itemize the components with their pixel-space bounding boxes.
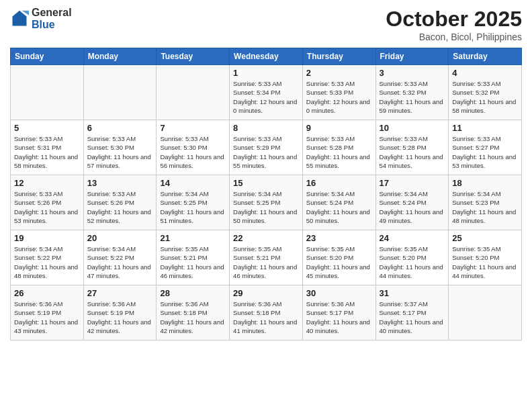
col-tuesday: Tuesday (157, 48, 230, 65)
day-info: Sunrise: 5:36 AMSunset: 5:18 PMDaylight:… (233, 300, 299, 335)
day-info: Sunrise: 5:33 AMSunset: 5:30 PMDaylight:… (160, 134, 226, 170)
col-friday: Friday (375, 48, 449, 65)
calendar-cell: 6Sunrise: 5:33 AMSunset: 5:30 PMDaylight… (83, 120, 157, 175)
svg-marker-0 (13, 10, 27, 26)
day-number: 23 (306, 233, 372, 243)
calendar-cell: 8Sunrise: 5:33 AMSunset: 5:29 PMDaylight… (230, 120, 303, 175)
calendar-cell: 24Sunrise: 5:35 AMSunset: 5:20 PMDayligh… (375, 230, 449, 285)
day-info: Sunrise: 5:33 AMSunset: 5:32 PMDaylight:… (380, 79, 445, 115)
col-monday: Monday (83, 48, 157, 65)
day-number: 14 (160, 178, 226, 188)
day-info: Sunrise: 5:35 AMSunset: 5:21 PMDaylight:… (233, 244, 299, 280)
day-info: Sunrise: 5:35 AMSunset: 5:21 PMDaylight:… (160, 244, 226, 280)
calendar-week-3: 19Sunrise: 5:34 AMSunset: 5:22 PMDayligh… (11, 230, 522, 285)
calendar-cell: 12Sunrise: 5:33 AMSunset: 5:26 PMDayligh… (11, 175, 84, 230)
day-number: 24 (380, 233, 445, 243)
day-number: 5 (14, 123, 80, 133)
location-subtitle: Bacon, Bicol, Philippines (386, 32, 522, 42)
day-number: 26 (14, 288, 80, 298)
day-info: Sunrise: 5:34 AMSunset: 5:22 PMDaylight:… (87, 244, 153, 280)
day-info: Sunrise: 5:34 AMSunset: 5:22 PMDaylight:… (14, 244, 80, 280)
day-info: Sunrise: 5:33 AMSunset: 5:26 PMDaylight:… (14, 189, 80, 225)
calendar-cell: 18Sunrise: 5:34 AMSunset: 5:23 PMDayligh… (449, 175, 522, 230)
calendar-cell: 17Sunrise: 5:34 AMSunset: 5:24 PMDayligh… (375, 175, 449, 230)
col-wednesday: Wednesday (230, 48, 303, 65)
day-number: 28 (160, 288, 226, 298)
calendar-cell: 3Sunrise: 5:33 AMSunset: 5:32 PMDaylight… (375, 65, 449, 120)
day-info: Sunrise: 5:33 AMSunset: 5:29 PMDaylight:… (233, 134, 299, 170)
day-number: 10 (380, 123, 445, 133)
calendar-cell: 28Sunrise: 5:36 AMSunset: 5:18 PMDayligh… (157, 285, 230, 340)
calendar-cell: 14Sunrise: 5:34 AMSunset: 5:25 PMDayligh… (157, 175, 230, 230)
day-info: Sunrise: 5:33 AMSunset: 5:33 PMDaylight:… (306, 79, 372, 115)
day-info: Sunrise: 5:34 AMSunset: 5:23 PMDaylight:… (452, 189, 518, 225)
day-info: Sunrise: 5:34 AMSunset: 5:24 PMDaylight:… (380, 189, 445, 225)
month-title: October 2025 (386, 7, 522, 32)
calendar-cell: 20Sunrise: 5:34 AMSunset: 5:22 PMDayligh… (83, 230, 157, 285)
day-info: Sunrise: 5:36 AMSunset: 5:17 PMDaylight:… (306, 300, 372, 335)
day-number: 4 (452, 68, 518, 78)
calendar-cell: 11Sunrise: 5:33 AMSunset: 5:27 PMDayligh… (449, 120, 522, 175)
calendar-cell: 16Sunrise: 5:34 AMSunset: 5:24 PMDayligh… (302, 175, 375, 230)
day-number: 2 (306, 68, 372, 78)
day-number: 25 (452, 233, 518, 243)
day-number: 7 (160, 123, 226, 133)
day-info: Sunrise: 5:35 AMSunset: 5:20 PMDaylight:… (306, 244, 372, 280)
calendar-cell: 29Sunrise: 5:36 AMSunset: 5:18 PMDayligh… (230, 285, 303, 340)
day-number: 20 (87, 233, 153, 243)
calendar-week-4: 26Sunrise: 5:36 AMSunset: 5:19 PMDayligh… (11, 285, 522, 340)
calendar-week-0: 1Sunrise: 5:33 AMSunset: 5:34 PMDaylight… (11, 65, 522, 120)
calendar-cell: 1Sunrise: 5:33 AMSunset: 5:34 PMDaylight… (230, 65, 303, 120)
day-info: Sunrise: 5:35 AMSunset: 5:20 PMDaylight:… (380, 244, 445, 280)
logo-icon (10, 9, 29, 28)
calendar-week-1: 5Sunrise: 5:33 AMSunset: 5:31 PMDaylight… (11, 120, 522, 175)
day-number: 11 (452, 123, 518, 133)
day-info: Sunrise: 5:34 AMSunset: 5:25 PMDaylight:… (233, 189, 299, 225)
calendar-cell: 2Sunrise: 5:33 AMSunset: 5:33 PMDaylight… (302, 65, 375, 120)
col-thursday: Thursday (302, 48, 375, 65)
calendar-cell: 31Sunrise: 5:37 AMSunset: 5:17 PMDayligh… (375, 285, 449, 340)
page-header: General Blue October 2025 Bacon, Bicol, … (10, 7, 522, 42)
day-info: Sunrise: 5:33 AMSunset: 5:28 PMDaylight:… (306, 134, 372, 170)
calendar-cell: 15Sunrise: 5:34 AMSunset: 5:25 PMDayligh… (230, 175, 303, 230)
calendar-cell: 22Sunrise: 5:35 AMSunset: 5:21 PMDayligh… (230, 230, 303, 285)
day-number: 15 (233, 178, 299, 188)
calendar-cell: 7Sunrise: 5:33 AMSunset: 5:30 PMDaylight… (157, 120, 230, 175)
calendar-cell (157, 65, 230, 120)
day-info: Sunrise: 5:36 AMSunset: 5:19 PMDaylight:… (87, 300, 153, 335)
header-row: Sunday Monday Tuesday Wednesday Thursday… (11, 48, 522, 65)
day-number: 16 (306, 178, 372, 188)
day-number: 8 (233, 123, 299, 133)
day-number: 30 (306, 288, 372, 298)
day-info: Sunrise: 5:33 AMSunset: 5:31 PMDaylight:… (14, 134, 80, 170)
calendar-cell: 10Sunrise: 5:33 AMSunset: 5:28 PMDayligh… (375, 120, 449, 175)
day-info: Sunrise: 5:34 AMSunset: 5:24 PMDaylight:… (306, 189, 372, 225)
calendar-cell: 23Sunrise: 5:35 AMSunset: 5:20 PMDayligh… (302, 230, 375, 285)
day-info: Sunrise: 5:33 AMSunset: 5:28 PMDaylight:… (380, 134, 445, 170)
day-info: Sunrise: 5:33 AMSunset: 5:26 PMDaylight:… (87, 189, 153, 225)
calendar-cell: 26Sunrise: 5:36 AMSunset: 5:19 PMDayligh… (11, 285, 84, 340)
calendar-table: Sunday Monday Tuesday Wednesday Thursday… (10, 48, 522, 340)
calendar-week-2: 12Sunrise: 5:33 AMSunset: 5:26 PMDayligh… (11, 175, 522, 230)
day-number: 19 (14, 233, 80, 243)
calendar-cell: 30Sunrise: 5:36 AMSunset: 5:17 PMDayligh… (302, 285, 375, 340)
day-number: 29 (233, 288, 299, 298)
day-number: 1 (233, 68, 299, 78)
day-number: 18 (452, 178, 518, 188)
col-saturday: Saturday (449, 48, 522, 65)
day-number: 9 (306, 123, 372, 133)
page-container: General Blue October 2025 Bacon, Bicol, … (0, 0, 532, 347)
calendar-cell: 25Sunrise: 5:35 AMSunset: 5:20 PMDayligh… (449, 230, 522, 285)
day-number: 17 (380, 178, 445, 188)
day-info: Sunrise: 5:33 AMSunset: 5:32 PMDaylight:… (452, 79, 518, 115)
day-number: 21 (160, 233, 226, 243)
day-info: Sunrise: 5:33 AMSunset: 5:30 PMDaylight:… (87, 134, 153, 170)
calendar-cell: 5Sunrise: 5:33 AMSunset: 5:31 PMDaylight… (11, 120, 84, 175)
day-number: 12 (14, 178, 80, 188)
calendar-cell (11, 65, 84, 120)
logo-text: General Blue (32, 7, 72, 30)
calendar-cell: 19Sunrise: 5:34 AMSunset: 5:22 PMDayligh… (11, 230, 84, 285)
title-area: October 2025 Bacon, Bicol, Philippines (386, 7, 522, 42)
day-info: Sunrise: 5:33 AMSunset: 5:34 PMDaylight:… (233, 79, 299, 115)
col-sunday: Sunday (11, 48, 84, 65)
